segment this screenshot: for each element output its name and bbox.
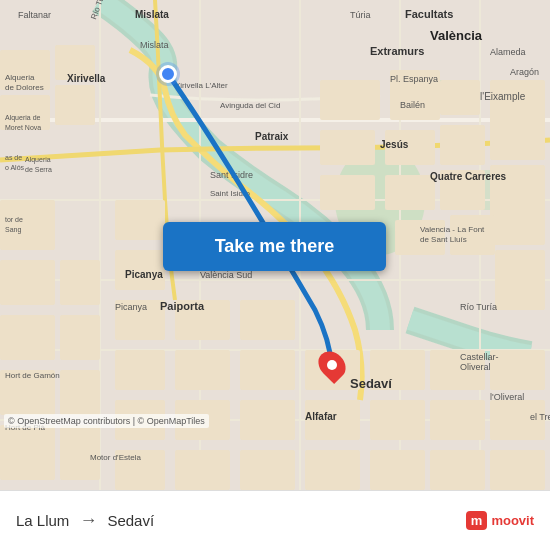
svg-rect-63 — [430, 450, 485, 490]
svg-rect-50 — [175, 450, 230, 490]
svg-rect-19 — [440, 125, 485, 165]
svg-text:Patraix: Patraix — [255, 131, 289, 142]
svg-rect-33 — [0, 260, 55, 305]
svg-text:Alqueria de: Alqueria de — [5, 114, 41, 122]
start-location-dot — [159, 65, 177, 83]
svg-text:Bailén: Bailén — [400, 100, 425, 110]
svg-text:Oliveral: Oliveral — [460, 362, 491, 372]
route-to-label: Sedaví — [107, 512, 154, 529]
svg-rect-41 — [115, 200, 165, 240]
svg-rect-66 — [490, 450, 545, 490]
svg-text:Valencia - La Font: Valencia - La Font — [420, 225, 485, 234]
svg-text:Río Turía: Río Turía — [460, 302, 497, 312]
svg-rect-36 — [60, 315, 100, 360]
svg-text:Mislata: Mislata — [135, 9, 169, 20]
moovit-m-icon: m — [466, 511, 488, 530]
svg-text:Alqueria: Alqueria — [25, 156, 51, 164]
svg-rect-21 — [320, 175, 375, 210]
svg-text:València: València — [430, 28, 483, 43]
svg-text:Xirivella: Xirivella — [67, 73, 106, 84]
svg-text:Picanya: Picanya — [125, 269, 163, 280]
svg-rect-16 — [440, 80, 480, 115]
svg-rect-60 — [370, 450, 425, 490]
svg-text:Alameda: Alameda — [490, 47, 526, 57]
svg-rect-31 — [55, 85, 95, 125]
svg-text:o Alós: o Alós — [5, 164, 25, 171]
svg-rect-38 — [60, 370, 100, 415]
svg-text:de Sant Lluís: de Sant Lluís — [420, 235, 467, 244]
svg-text:as de: as de — [5, 154, 22, 161]
svg-text:Pl. Espanya: Pl. Espanya — [390, 74, 438, 84]
svg-text:l'Eixample: l'Eixample — [480, 91, 526, 102]
svg-text:Jesús: Jesús — [380, 139, 409, 150]
svg-text:Alfafar: Alfafar — [305, 411, 337, 422]
route-from-label: La Llum — [16, 512, 69, 529]
svg-text:Motor d'Estela: Motor d'Estela — [90, 453, 141, 462]
svg-text:Mislata: Mislata — [140, 40, 169, 50]
take-me-there-button[interactable]: Take me there — [163, 222, 386, 271]
svg-rect-57 — [305, 450, 360, 490]
svg-text:Xirivella L'Alter: Xirivella L'Alter — [175, 81, 228, 90]
svg-rect-52 — [240, 350, 295, 390]
svg-text:Extramurs: Extramurs — [370, 45, 424, 57]
svg-rect-48 — [175, 350, 230, 390]
svg-text:Avinguda del Cid: Avinguda del Cid — [220, 101, 280, 110]
svg-text:Hort de Gamón: Hort de Gamón — [5, 371, 60, 380]
svg-rect-39 — [0, 425, 55, 480]
destination-pin — [320, 350, 344, 380]
svg-text:Túria: Túria — [350, 10, 371, 20]
moovit-logo: m moovit — [466, 511, 534, 530]
svg-text:de Serra: de Serra — [25, 166, 52, 173]
svg-text:Alqueria: Alqueria — [5, 73, 35, 82]
svg-rect-53 — [240, 400, 295, 440]
svg-rect-44 — [115, 350, 165, 390]
svg-text:Faltanar: Faltanar — [18, 10, 51, 20]
svg-rect-17 — [320, 130, 375, 165]
svg-rect-62 — [430, 400, 485, 440]
svg-text:de Dolores: de Dolores — [5, 83, 44, 92]
bottom-navigation-bar: La Llum → Sedaví m moovit — [0, 490, 550, 550]
svg-text:València Sud: València Sud — [200, 270, 252, 280]
svg-text:Sang: Sang — [5, 226, 21, 234]
svg-rect-59 — [370, 400, 425, 440]
svg-rect-14 — [320, 80, 380, 120]
svg-rect-27 — [495, 250, 545, 310]
svg-rect-32 — [0, 200, 55, 250]
svg-text:Sedaví: Sedaví — [350, 376, 392, 391]
svg-text:tor de: tor de — [5, 216, 23, 223]
svg-rect-35 — [60, 260, 100, 305]
route-arrow-icon: → — [79, 510, 97, 531]
svg-text:Paiporta: Paiporta — [160, 300, 205, 312]
svg-text:el Tre: el Tre — [530, 412, 550, 422]
map-attribution: © OpenStreetMap contributors | © OpenMap… — [4, 414, 209, 428]
svg-text:Moret Nova: Moret Nova — [5, 124, 41, 131]
svg-text:Castellar-: Castellar- — [460, 352, 499, 362]
svg-text:Quatre Carreres: Quatre Carreres — [430, 171, 507, 182]
moovit-brand-text: moovit — [491, 513, 534, 528]
svg-rect-54 — [240, 450, 295, 490]
svg-text:l'Oliveral: l'Oliveral — [490, 392, 524, 402]
svg-rect-34 — [0, 315, 55, 360]
svg-text:Facultats: Facultats — [405, 8, 453, 20]
svg-rect-22 — [385, 175, 435, 210]
svg-text:Picanya: Picanya — [115, 302, 147, 312]
svg-rect-51 — [240, 300, 295, 340]
map-container: Faltanar Mislata Mislata Túria Facultats… — [0, 0, 550, 490]
svg-text:Aragón: Aragón — [510, 67, 539, 77]
